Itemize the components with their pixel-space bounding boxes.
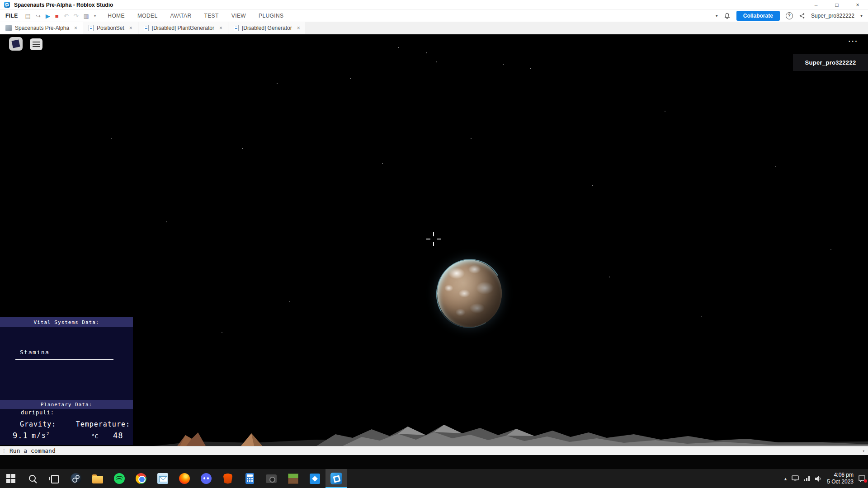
stop-icon[interactable]: ■: [55, 13, 59, 19]
game-viewport[interactable]: ⋯ Super_pro322222 Vital Systems Data: St…: [0, 34, 868, 446]
brave-icon: [223, 474, 232, 484]
tab-positionset[interactable]: PositionSet ×: [83, 22, 138, 34]
tray-display-icon[interactable]: [792, 475, 799, 482]
notification-badge: [864, 479, 867, 483]
drag-handle-icon[interactable]: ⋮: [0, 448, 9, 454]
titlebar: Spacenauts Pre-Alpha - Roblox Studio – □…: [0, 0, 868, 10]
maximize-button[interactable]: □: [826, 0, 847, 9]
menu-home[interactable]: HOME: [101, 13, 131, 19]
temperature-unit: °C: [91, 433, 99, 440]
vital-systems-header: Vital Systems Data:: [0, 317, 133, 327]
minecraft-icon: [288, 474, 298, 484]
taskbar-app-chrome[interactable]: [130, 469, 152, 488]
taskbar-app-discord[interactable]: [195, 469, 217, 488]
place-icon: [5, 25, 12, 31]
taskbar-app-steam[interactable]: [65, 469, 87, 488]
menu-model[interactable]: MODEL: [131, 13, 164, 19]
tray-network-icon[interactable]: [804, 476, 810, 481]
chat-button[interactable]: [30, 38, 42, 50]
tab-plantgenerator[interactable]: [Disabled] PlantGenerator ×: [138, 22, 228, 34]
screen: Spacenauts Pre-Alpha - Roblox Studio – □…: [0, 0, 868, 488]
gravity-unit: m/s2: [32, 432, 49, 440]
tab-close-icon[interactable]: ×: [74, 25, 77, 31]
clock-time: 4:06 pm: [827, 472, 854, 479]
steam-icon: [71, 473, 81, 484]
taskbar-app-mail[interactable]: [152, 469, 174, 488]
account-dropdown-icon[interactable]: ▾: [860, 14, 863, 18]
taskbar-app-spotify[interactable]: [108, 469, 130, 488]
clock-date: 5 Oct 2023: [827, 479, 854, 485]
more-options-button[interactable]: ⋯: [848, 36, 858, 46]
tab-close-icon[interactable]: ×: [297, 25, 300, 31]
search-button[interactable]: [22, 469, 43, 488]
camera-icon: [266, 474, 277, 483]
redo-icon[interactable]: ↷: [74, 13, 79, 19]
taskbar-app-firefox[interactable]: [174, 469, 195, 488]
planetary-data-header: Planetary Data:: [0, 400, 133, 409]
taskbar-app-file-explorer[interactable]: [87, 469, 108, 488]
account-name[interactable]: Super_pro322222: [811, 13, 854, 19]
tab-label: [Disabled] PlantGenerator: [152, 25, 214, 31]
spotify-icon: [114, 473, 125, 484]
menu-file[interactable]: FILE: [0, 13, 24, 19]
stamina-label: Stamina: [20, 349, 49, 356]
share-icon[interactable]: [799, 13, 805, 19]
windows-logo-icon: [6, 474, 15, 483]
taskbar-app-roblox-studio[interactable]: [326, 469, 347, 488]
menu-view[interactable]: VIEW: [225, 13, 252, 19]
panel-icon[interactable]: ▤: [25, 13, 31, 19]
export-icon[interactable]: ↪: [36, 13, 41, 19]
menu-test[interactable]: TEST: [198, 13, 225, 19]
taskbar-app-photos[interactable]: [304, 469, 326, 488]
tab-label: Spacenauts Pre-Alpha: [15, 25, 69, 31]
quick-access-toolbar: ▤ ↪ ▶ ■ ↶ ↷ ▥ ▾: [24, 13, 102, 19]
roblox-menu-button[interactable]: [9, 37, 23, 51]
help-icon[interactable]: ?: [786, 12, 793, 19]
taskbar-app-minecraft[interactable]: [282, 469, 304, 488]
tray-chevron-up-icon[interactable]: ▴: [784, 476, 787, 481]
tray-volume-icon[interactable]: [815, 476, 822, 482]
collaborate-button[interactable]: Collaborate: [736, 11, 780, 21]
temperature-label: Temperature:: [76, 420, 130, 428]
menu-plugins[interactable]: PLUGINS: [252, 13, 290, 19]
system-tray: ▴ 4:06 pm 5 Oct 2023: [784, 469, 868, 488]
taskbar-app-camera[interactable]: [260, 469, 282, 488]
action-center-icon[interactable]: [859, 475, 865, 482]
stamina-stat: Stamina: [15, 349, 113, 360]
command-dropdown-icon[interactable]: ▾: [863, 449, 868, 453]
minimize-button[interactable]: –: [806, 0, 826, 9]
tab-generator[interactable]: [Disabled] Generator ×: [228, 22, 306, 34]
close-button[interactable]: ×: [847, 0, 868, 9]
mail-icon: [157, 473, 168, 484]
chrome-icon: [136, 473, 146, 484]
command-bar[interactable]: ⋮ Run a command ▾: [0, 446, 868, 455]
chevron-down-icon[interactable]: ▾: [716, 14, 718, 18]
undo-icon[interactable]: ↶: [64, 13, 69, 19]
taskbar-app-brave[interactable]: [217, 469, 239, 488]
toolbar-dropdown-icon[interactable]: ▾: [94, 14, 96, 18]
tab-close-icon[interactable]: ×: [129, 25, 132, 31]
task-view-button[interactable]: [43, 469, 65, 488]
gravity-label: Gravity:: [20, 420, 56, 428]
document-icon[interactable]: ▥: [83, 13, 89, 19]
window-title: Spacenauts Pre-Alpha - Roblox Studio: [14, 2, 113, 8]
tab-close-icon[interactable]: ×: [219, 25, 222, 31]
stars: [0, 34, 1, 35]
gravity-unit-base: m/s: [32, 432, 47, 440]
play-icon[interactable]: ▶: [46, 13, 50, 19]
taskbar-clock[interactable]: 4:06 pm 5 Oct 2023: [827, 472, 854, 485]
taskbar-app-calculator[interactable]: [239, 469, 260, 488]
menu-avatar[interactable]: AVATAR: [164, 13, 198, 19]
command-input[interactable]: Run a command: [9, 447, 56, 454]
roblox-studio-app-icon: [4, 2, 10, 8]
player-list[interactable]: Super_pro322222: [793, 54, 868, 71]
temperature-value: 48: [113, 431, 123, 440]
planet-name: duripuli:: [21, 409, 54, 416]
script-icon: [144, 25, 149, 31]
gravity-unit-exponent: 2: [47, 432, 49, 436]
roblox-studio-icon: [330, 473, 342, 484]
start-button[interactable]: [0, 469, 22, 488]
tab-spacenauts-pre-alpha[interactable]: Spacenauts Pre-Alpha ×: [0, 22, 83, 34]
photos-icon: [310, 474, 320, 484]
bell-icon[interactable]: [724, 13, 731, 19]
